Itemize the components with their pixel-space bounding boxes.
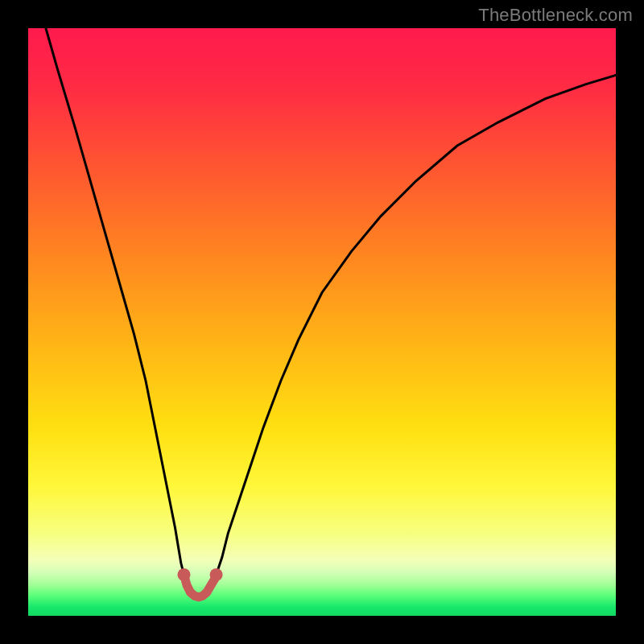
- plot-background: [28, 28, 616, 616]
- marker-dot: [177, 568, 190, 581]
- chart-stage: TheBottleneck.com: [0, 0, 644, 644]
- marker-dot: [210, 568, 223, 581]
- bottleneck-chart: [0, 0, 644, 644]
- watermark-text: TheBottleneck.com: [478, 5, 633, 26]
